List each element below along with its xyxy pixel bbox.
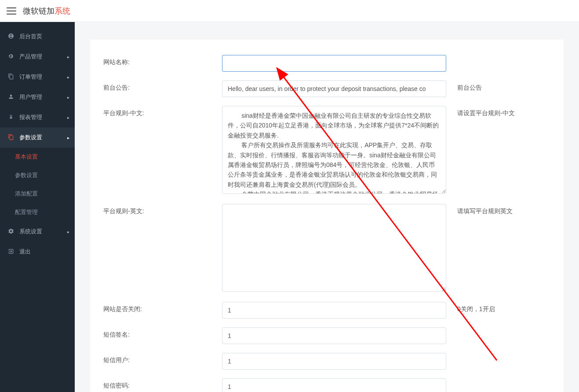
sidebar-item-label: 报表管理 <box>19 113 42 121</box>
sidebar-sub-basic[interactable]: 基本设置 <box>0 148 75 166</box>
smssign-label: 短信签名: <box>103 327 222 339</box>
rulesen-help: 请填写平台规则英文 <box>457 204 513 215</box>
sidebar-item-reports[interactable]: 报表管理 ▸ <box>0 107 75 127</box>
gears-icon <box>7 228 15 236</box>
sidebar: 后台首页 产品管理 ▸ 订单管理 ▸ 用户管理 ▸ <box>0 22 75 392</box>
bitcoin-icon <box>7 53 15 61</box>
frontnotice-help: 前台公告 <box>457 80 482 92</box>
sidebar-item-label: 参数设置 <box>19 134 42 142</box>
sidebar-item-products[interactable]: 产品管理 ▸ <box>0 47 75 67</box>
sitename-input[interactable] <box>222 55 446 72</box>
user-icon <box>7 94 15 101</box>
dashboard-icon <box>7 33 15 40</box>
sidebar-item-orders[interactable]: 订单管理 ▸ <box>0 67 75 87</box>
menu-toggle-icon[interactable] <box>7 7 16 15</box>
sidebar-item-label: 后台首页 <box>19 33 42 40</box>
sidebar-item-dashboard[interactable]: 后台首页 <box>0 26 75 47</box>
copy-icon <box>7 134 15 142</box>
chevron-right-icon: ▸ <box>67 229 69 234</box>
sidebar-sub-configmgmt[interactable]: 配置管理 <box>0 203 75 221</box>
chevron-right-icon: ▸ <box>67 135 69 140</box>
form-panel: 网站名称: 前台公告: 前台公告 平台规则-中文: 请设置平台规则-中文 <box>90 40 564 392</box>
sitename-label: 网站名称: <box>103 55 222 66</box>
sidebar-item-label: 系统设置 <box>19 228 42 236</box>
rulesen-label: 平台规则-英文: <box>103 204 222 215</box>
ruleszh-label: 平台规则-中文: <box>103 106 222 117</box>
yen-icon <box>7 114 15 121</box>
smspassword-input[interactable] <box>222 378 446 392</box>
sidebar-item-logout[interactable]: 退出 <box>0 242 75 262</box>
frontnotice-input[interactable] <box>222 80 446 97</box>
siteclosed-help: 0关闭，1开启 <box>457 302 495 313</box>
sidebar-sub-addconfig[interactable]: 添加配置 <box>0 185 75 203</box>
content-area: 网站名称: 前台公告: 前台公告 平台规则-中文: 请设置平台规则-中文 <box>75 22 579 392</box>
sidebar-item-system[interactable]: 系统设置 ▸ <box>0 221 75 242</box>
sidebar-item-params[interactable]: 参数设置 ▸ <box>0 127 75 148</box>
chevron-right-icon: ▸ <box>67 75 69 80</box>
sidebar-item-users[interactable]: 用户管理 ▸ <box>0 87 75 107</box>
siteclosed-input[interactable] <box>222 302 446 319</box>
smsuser-input[interactable] <box>222 353 446 370</box>
sidebar-item-label: 订单管理 <box>19 73 42 81</box>
sidebar-item-label: 用户管理 <box>19 93 42 101</box>
copy-icon <box>7 73 15 81</box>
rulesen-textarea[interactable] <box>222 204 446 292</box>
sidebar-sub-params[interactable]: 参数设置 <box>0 166 75 185</box>
chevron-right-icon: ▸ <box>67 115 69 120</box>
smspassword-label: 短信密码: <box>103 378 222 390</box>
chevron-right-icon: ▸ <box>67 95 69 100</box>
brand-title: 微软链加系统 <box>23 6 70 16</box>
chevron-right-icon: ▸ <box>67 54 69 59</box>
signout-icon <box>7 248 15 256</box>
siteclosed-label: 网站是否关闭: <box>103 302 222 313</box>
ruleszh-textarea[interactable] <box>222 106 446 194</box>
ruleszh-help: 请设置平台规则-中文 <box>457 106 515 117</box>
sidebar-item-label: 产品管理 <box>19 53 42 61</box>
smssign-input[interactable] <box>222 327 446 344</box>
topbar: 微软链加系统 <box>0 0 579 22</box>
smsuser-label: 短信用户: <box>103 353 222 364</box>
sidebar-item-label: 退出 <box>19 248 31 256</box>
frontnotice-label: 前台公告: <box>103 80 222 92</box>
